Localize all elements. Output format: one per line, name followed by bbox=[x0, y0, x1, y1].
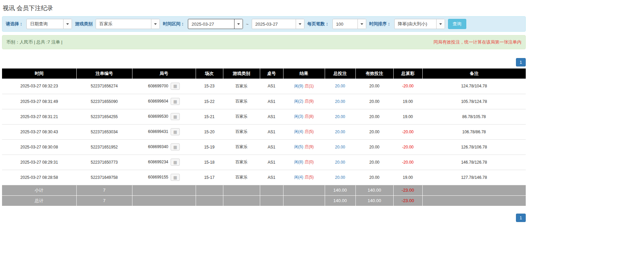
game-type-select[interactable]: 百家乐 bbox=[96, 19, 160, 29]
cell-payout: -20.00 bbox=[393, 139, 422, 155]
header-table-number: 桌号 bbox=[260, 68, 283, 79]
cell-game-type: 百家乐 bbox=[223, 170, 260, 185]
total-payout: -23.00 bbox=[393, 195, 422, 206]
bead-road-grid-icon[interactable]: ▦ bbox=[171, 113, 180, 120]
chevron-down-icon[interactable] bbox=[63, 19, 72, 29]
query-type-value: 日期查询 bbox=[27, 21, 51, 27]
bead-road-grid-icon[interactable]: ▦ bbox=[171, 98, 180, 105]
round-number: 608699530 bbox=[148, 114, 168, 119]
bead-road-grid-icon[interactable]: ▦ bbox=[171, 143, 180, 150]
cell-payout: -20.00 bbox=[393, 124, 422, 139]
subtotal-empty-cell bbox=[132, 185, 196, 195]
total-bet-link[interactable]: 20.00 bbox=[335, 114, 345, 119]
date-from-select[interactable]: 2025-03-27 bbox=[188, 19, 243, 29]
header-bet-id: 注单编号 bbox=[76, 68, 132, 79]
header-round: 局号 bbox=[132, 68, 196, 79]
search-button[interactable]: 查询 bbox=[448, 19, 466, 29]
chevron-down-icon[interactable] bbox=[296, 19, 304, 29]
cell-note: 124.78/104.78 bbox=[422, 79, 526, 94]
date-from-value: 2025-03-27 bbox=[188, 22, 218, 27]
cell-total-bet: 20.00 bbox=[325, 170, 355, 185]
total-bet-link[interactable]: 20.00 bbox=[335, 175, 345, 180]
date-to-select[interactable]: 2025-03-27 bbox=[252, 19, 304, 29]
cell-valid-bet: 20.00 bbox=[355, 155, 393, 170]
cell-note: 106.78/86.78 bbox=[422, 124, 526, 139]
subtotal-total-bet: 140.00 bbox=[325, 185, 355, 195]
banker-result: 庄(5) bbox=[305, 129, 314, 134]
caret-glyph bbox=[439, 23, 442, 25]
total-bet-link[interactable]: 20.00 bbox=[335, 160, 345, 165]
table-body: 2025-03-27 08:32:23 522371656274 6086997… bbox=[2, 79, 526, 185]
cell-result: 闲(4)庄(5) bbox=[283, 170, 325, 185]
page-button-1[interactable]: 1 bbox=[516, 214, 526, 222]
cell-table-number: AS1 bbox=[260, 170, 283, 185]
date-to-value: 2025-03-27 bbox=[252, 22, 281, 27]
query-type-select[interactable]: 日期查询 bbox=[26, 19, 72, 29]
cell-session: 15-21 bbox=[196, 109, 223, 124]
cell-payout: -20.00 bbox=[393, 79, 422, 94]
caret-glyph bbox=[66, 23, 69, 25]
table-row: 2025-03-27 08:32:23 522371656274 6086997… bbox=[2, 79, 526, 94]
header-payout: 总派彩 bbox=[393, 68, 422, 79]
header-note: 备注 bbox=[422, 68, 526, 79]
cell-game-type: 百家乐 bbox=[223, 124, 260, 139]
cell-table-number: AS1 bbox=[260, 124, 283, 139]
subtotal-empty-cell bbox=[196, 185, 223, 195]
total-bet-link[interactable]: 20.00 bbox=[335, 145, 345, 149]
cell-game-type: 百家乐 bbox=[223, 94, 260, 109]
round-number: 608699340 bbox=[148, 144, 168, 149]
total-valid-bet: 140.00 bbox=[355, 195, 393, 206]
bead-road-grid-icon[interactable]: ▦ bbox=[171, 83, 180, 90]
cell-bet-id: 522371653034 bbox=[76, 124, 132, 139]
bead-road-grid-icon[interactable]: ▦ bbox=[171, 128, 180, 135]
header-valid-bet: 有效投注 bbox=[355, 68, 393, 79]
cell-bet-id: 522371655090 bbox=[76, 94, 132, 109]
cell-bet-id: 522371650773 bbox=[76, 155, 132, 170]
cell-bet-id: 522371654255 bbox=[76, 109, 132, 124]
cell-total-bet: 20.00 bbox=[325, 79, 355, 94]
page-size-select[interactable]: 100 bbox=[332, 19, 366, 29]
cell-time: 2025-03-27 08:31:49 bbox=[2, 94, 76, 109]
cell-time: 2025-03-27 08:29:31 bbox=[2, 155, 76, 170]
cell-note: 86.78/105.78 bbox=[422, 109, 526, 124]
round-number: 608699700 bbox=[148, 83, 168, 88]
player-result: 闲(2) bbox=[294, 99, 303, 104]
total-empty-cell bbox=[132, 195, 196, 206]
subtotal-empty-cell bbox=[260, 185, 283, 195]
cell-session: 15-23 bbox=[196, 79, 223, 94]
cell-table-number: AS1 bbox=[260, 155, 283, 170]
total-bet-link[interactable]: 20.00 bbox=[335, 130, 345, 134]
banker-result: 庄(8) bbox=[305, 114, 314, 119]
table-header-row: 时间 注单编号 局号 场次 游戏类别 桌号 结果 总投注 有效投注 总派彩 备注 bbox=[2, 68, 526, 79]
total-label: 总计 bbox=[2, 195, 76, 206]
round-number: 608699604 bbox=[148, 99, 168, 104]
time-sort-select[interactable]: 降幂(由大到小) bbox=[394, 19, 445, 29]
cell-round: 608699431▦ bbox=[132, 124, 196, 139]
bead-road-grid-icon[interactable]: ▦ bbox=[171, 159, 180, 166]
total-bet-link[interactable]: 20.00 bbox=[335, 84, 345, 88]
valid-bet-notice: 同局有效投注，统一计算在该局第一张注单内 bbox=[434, 39, 521, 45]
cell-payout: 19.00 bbox=[393, 94, 422, 109]
cell-payout: -20.00 bbox=[393, 155, 422, 170]
subtotal-empty-cell bbox=[422, 185, 526, 195]
chevron-down-icon[interactable] bbox=[151, 19, 159, 29]
page-size-label: 每页笔数： bbox=[307, 21, 329, 27]
bead-road-grid-icon[interactable]: ▦ bbox=[171, 174, 180, 181]
subtotal-empty-cell bbox=[283, 185, 325, 195]
chevron-down-icon[interactable] bbox=[357, 19, 366, 29]
cell-time: 2025-03-27 08:30:08 bbox=[2, 139, 76, 155]
page-title: 视讯 会员下注纪录 bbox=[3, 4, 526, 12]
filter-bar: 请选择： 日期查询 游戏类别 百家乐 时间区间： 2025-03-27 ~ 20… bbox=[2, 16, 526, 32]
player-result: 闲(8) bbox=[294, 160, 303, 164]
cell-valid-bet: 20.00 bbox=[355, 109, 393, 124]
cell-payout: 19.00 bbox=[393, 170, 422, 185]
game-type-value: 百家乐 bbox=[96, 21, 116, 27]
total-bet-link[interactable]: 20.00 bbox=[335, 99, 345, 104]
notice-bar: 币别：人民币 | 总共 :7 注单 | 同局有效投注，统一计算在该局第一张注单内 bbox=[2, 35, 526, 49]
chevron-down-icon[interactable] bbox=[436, 19, 445, 29]
total-empty-cell bbox=[260, 195, 283, 206]
cell-note: 105.78/124.78 bbox=[422, 94, 526, 109]
page-button-1[interactable]: 1 bbox=[516, 58, 526, 66]
chevron-down-icon[interactable] bbox=[234, 19, 243, 29]
cell-bet-id: 522371656274 bbox=[76, 79, 132, 94]
